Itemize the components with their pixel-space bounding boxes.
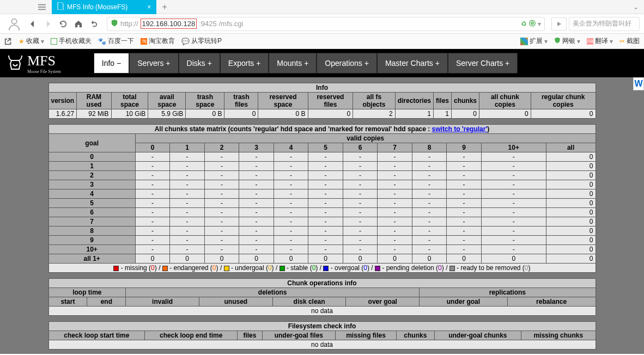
nav-disks[interactable]: Disks + (179, 53, 220, 74)
url-path: /mfs.cgi (219, 20, 244, 28)
bookmark-baidu[interactable]: 🐾百度一下 (98, 36, 134, 46)
ie-icon[interactable]: ⓔ (529, 19, 536, 28)
search-box[interactable]: 美企曾为特朗普叫好 (569, 17, 640, 31)
page-icon (57, 2, 64, 11)
nav-mounts[interactable]: Mounts + (269, 53, 317, 74)
menu-icon[interactable] (38, 3, 46, 13)
svg-point-3 (11, 19, 16, 23)
recycle-icon[interactable]: ♻ (521, 20, 527, 28)
matrix-table: All chunks state matrix (counts 'regular… (48, 124, 596, 273)
ext-button[interactable]: 扩展 ▾ (520, 36, 548, 46)
share-button[interactable] (4, 38, 12, 45)
close-icon[interactable]: × (147, 3, 151, 11)
browser-tab-bar: MFS Info (MooseFS) × + ⌄ (0, 0, 644, 14)
mfs-header: MFSMoose File System Info −Servers +Disk… (0, 49, 644, 77)
bookmark-bar: ★收藏 ▾ 手机收藏夹 🐾百度一下 淘淘宝教育 💬从零玩转P 扩展 ▾ 网银 ▾… (0, 34, 644, 49)
bookmark-mobile[interactable]: 手机收藏夹 (51, 36, 92, 46)
svg-point-5 (17, 62, 18, 63)
bookmark-taobao[interactable]: 淘淘宝教育 (141, 36, 175, 46)
nav-info[interactable]: Info − (94, 53, 129, 74)
bookmark-fav[interactable]: ★收藏 ▾ (19, 36, 44, 46)
refresh-button[interactable] (57, 17, 70, 30)
undo-button[interactable] (87, 17, 100, 30)
matrix-title: All chunks state matrix (counts 'regular… (48, 125, 596, 134)
w-badge[interactable]: W (633, 77, 644, 90)
svg-rect-2 (38, 9, 46, 10)
bookmark-learn[interactable]: 💬从零玩转P (181, 36, 222, 46)
nav-server[interactable]: Server Charts + (448, 53, 518, 74)
nav-servers[interactable]: Servers + (129, 53, 178, 74)
play-button[interactable] (551, 17, 567, 30)
home-button[interactable] (72, 17, 85, 30)
chunkops-table: Chunk operations info loop timedeletions… (48, 278, 596, 316)
info-title: Info (48, 83, 596, 93)
url-port: :9425 (199, 20, 217, 28)
new-tab-button[interactable]: + (156, 2, 172, 12)
switch-regular-link[interactable]: switch to 'regular' (432, 125, 488, 133)
nav-operations[interactable]: Operations + (317, 53, 377, 74)
url-scheme: http:// (120, 20, 138, 28)
svg-point-4 (13, 62, 14, 63)
nav-master[interactable]: Master Charts + (377, 53, 448, 74)
back-button[interactable] (26, 17, 39, 30)
translate-button[interactable]: Aа翻译 ▾ (587, 36, 613, 46)
info-table: Info versionRAM usedtotal spaceavail spa… (48, 83, 596, 119)
svg-rect-0 (38, 4, 46, 5)
legend: - missing (0) / - endangered (0) / - und… (48, 264, 596, 273)
nav-menu: Info −Servers +Disks +Exports +Mounts +O… (94, 53, 518, 74)
url-host: 192.168.100.128 (141, 19, 197, 29)
svg-rect-1 (38, 7, 46, 8)
search-placeholder: 美企曾为特朗普叫好 (573, 19, 631, 28)
avatar-icon[interactable] (4, 14, 24, 34)
screenshot-button[interactable]: ✂截图 (619, 36, 640, 46)
address-bar: http://192.168.100.128:9425/mfs.cgi ♻ ⓔ … (0, 14, 644, 34)
forward-button[interactable] (41, 17, 54, 30)
mfs-logo: MFSMoose File System (5, 53, 61, 74)
tab-title: MFS Info (MooseFS) (67, 3, 127, 11)
shield-icon (111, 19, 118, 28)
browser-tab-active[interactable]: MFS Info (MooseFS) × (52, 0, 156, 14)
page-content: MFSMoose File System Info −Servers +Disk… (0, 49, 644, 354)
bank-button[interactable]: 网银 ▾ (554, 36, 580, 46)
nav-exports[interactable]: Exports + (220, 53, 269, 74)
chevron-down-icon[interactable]: ⌄ (628, 3, 644, 11)
url-box[interactable]: http://192.168.100.128:9425/mfs.cgi ♻ ⓔ … (107, 17, 545, 31)
dropdown-icon[interactable]: ▾ (538, 20, 541, 28)
fscheck-table: Filesystem check info check loop start t… (48, 321, 596, 350)
moose-icon (5, 53, 25, 73)
